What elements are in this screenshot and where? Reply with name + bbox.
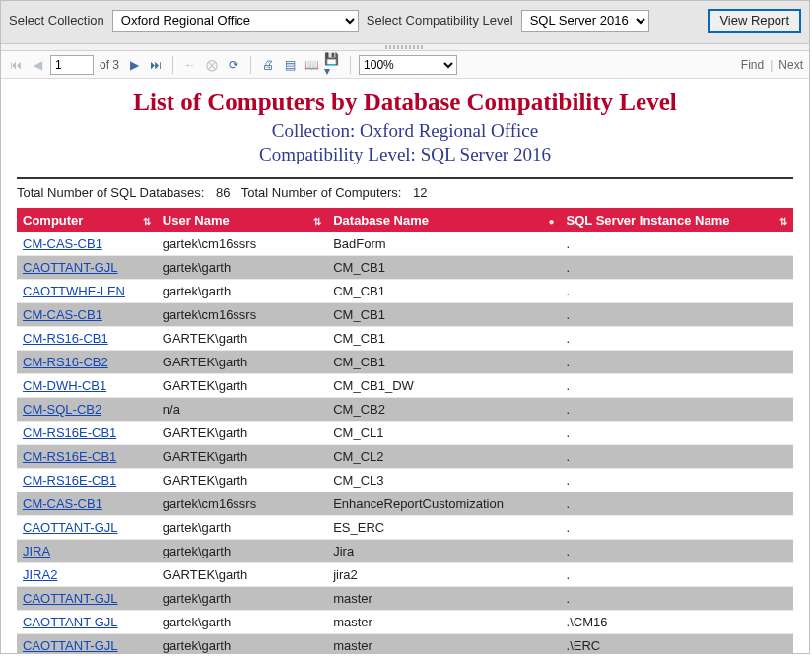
next-link[interactable]: Next [778, 58, 803, 72]
table-row: CM-CAS-CB1gartek\cm16ssrsCM_CB1. [17, 303, 793, 327]
table-row: CM-SQL-CB2n/aCM_CB2. [17, 398, 793, 422]
computer-link[interactable]: CM-RS16-CB1 [23, 331, 108, 346]
instance-cell: . [561, 516, 793, 540]
user-cell: n/a [157, 398, 327, 422]
computer-link[interactable]: CM-CAS-CB1 [23, 236, 102, 251]
first-page-icon[interactable]: ⏮ [7, 56, 25, 74]
computer-link[interactable]: CAOTTANT-GJL [23, 615, 118, 629]
computer-link[interactable]: JIRA [23, 544, 50, 558]
sort-icon: ⇅ [143, 215, 151, 226]
parameter-bar: Select Collection Oxford Regional Office… [1, 1, 809, 44]
table-row: CM-RS16E-CB1GARTEK\garthCM_CL1. [17, 422, 793, 445]
zoom-select[interactable]: 100% [359, 55, 457, 75]
user-cell: GARTEK\garth [157, 351, 327, 374]
select-collection-label: Select Collection [9, 13, 104, 28]
computer-link[interactable]: CAOTTANT-GJL [23, 520, 118, 535]
computer-link[interactable]: JIRA2 [23, 567, 57, 582]
table-row: JIRA2GARTEK\garthjira2. [17, 563, 793, 587]
db-cell: CM_CB1 [327, 256, 560, 280]
computer-link[interactable]: CM-RS16E-CB1 [23, 449, 116, 464]
user-cell: gartek\garth [157, 611, 327, 634]
instance-cell: . [561, 540, 793, 563]
computer-link[interactable]: CM-CAS-CB1 [23, 307, 102, 322]
user-cell: gartek\garth [157, 516, 327, 540]
report-title: List of Computers by Database Compatibil… [17, 89, 793, 116]
instance-cell: . [561, 374, 793, 398]
db-cell: CM_CB1 [327, 280, 560, 303]
instance-cell: . [561, 445, 793, 469]
col-db[interactable]: Database Name● [327, 208, 560, 232]
computer-link[interactable]: CAOTTANT-GJL [23, 591, 118, 606]
report-toolbar: ⏮ ◀ of 3 ▶ ⏭ ← ⨂ ⟳ 🖨 ▤ 📖 💾▾ 100% Find | … [1, 51, 809, 79]
computer-link[interactable]: CM-RS16E-CB1 [23, 473, 116, 488]
instance-cell: . [561, 563, 793, 587]
user-cell: gartek\cm16ssrs [157, 492, 327, 516]
db-cell: CM_CL3 [327, 469, 560, 492]
select-collection-dropdown[interactable]: Oxford Regional Office [112, 10, 359, 32]
stop-icon[interactable]: ⨂ [203, 56, 221, 74]
table-row: CAOTTANT-GJLgartek\garthCM_CB1. [17, 256, 793, 280]
user-cell: GARTEK\garth [157, 374, 327, 398]
table-row: CAOTTWHE-LENgartek\garthCM_CB1. [17, 280, 793, 303]
db-cell: master [327, 634, 560, 654]
instance-cell: . [561, 327, 793, 351]
report-viewport[interactable]: List of Computers by Database Compatibil… [1, 79, 809, 653]
table-row: CAOTTANT-GJLgartek\garthmaster.\CM16 [17, 611, 793, 634]
computer-link[interactable]: CAOTTANT-GJL [23, 260, 118, 275]
computer-link[interactable]: CM-CAS-CB1 [23, 496, 102, 511]
instance-cell: . [561, 256, 793, 280]
instance-cell: . [561, 587, 793, 611]
table-row: CAOTTANT-GJLgartek\garthmaster. [17, 587, 793, 611]
col-computer[interactable]: Computer⇅ [17, 208, 157, 232]
computer-link[interactable]: CM-DWH-CB1 [23, 378, 106, 393]
db-cell: CM_CB1 [327, 303, 560, 327]
user-cell: gartek\cm16ssrs [157, 303, 327, 327]
find-link[interactable]: Find [741, 58, 764, 72]
view-report-button[interactable]: View Report [708, 9, 801, 33]
print-layout-icon[interactable]: ▤ [281, 56, 299, 74]
computer-link[interactable]: CM-SQL-CB2 [23, 402, 102, 417]
page-number-input[interactable] [50, 55, 94, 75]
instance-cell: .\ERC [561, 634, 793, 654]
computer-link[interactable]: CM-RS16-CB2 [23, 355, 108, 369]
table-row: CM-RS16E-CB1GARTEK\garthCM_CL3. [17, 469, 793, 492]
last-page-icon[interactable]: ⏭ [147, 56, 165, 74]
db-cell: master [327, 611, 560, 634]
instance-cell: . [561, 469, 793, 492]
user-cell: gartek\garth [157, 587, 327, 611]
print-icon[interactable]: 🖨 [259, 56, 277, 74]
db-cell: CM_CL1 [327, 422, 560, 445]
user-cell: GARTEK\garth [157, 422, 327, 445]
prev-page-icon[interactable]: ◀ [29, 56, 46, 74]
export-icon[interactable]: 💾▾ [324, 56, 342, 74]
results-table: Computer⇅ User Name⇅ Database Name● SQL … [17, 208, 793, 653]
db-cell: ES_ERC [327, 516, 560, 540]
page-of-label: of 3 [100, 58, 119, 72]
instance-cell: . [561, 422, 793, 445]
table-row: CAOTTANT-GJLgartek\garthmaster.\ERC [17, 634, 793, 654]
next-page-icon[interactable]: ▶ [125, 56, 143, 74]
back-icon[interactable]: ← [181, 56, 199, 74]
col-instance[interactable]: SQL Server Instance Name⇅ [561, 208, 793, 232]
computer-link[interactable]: CM-RS16E-CB1 [23, 426, 116, 440]
user-cell: gartek\garth [157, 280, 327, 303]
instance-cell: . [561, 280, 793, 303]
totals-line: Total Number of SQL Databases: 86 Total … [17, 185, 793, 200]
computer-link[interactable]: CAOTTWHE-LEN [23, 284, 125, 298]
report-sub-compat: Compatibility Level: SQL Server 2016 [17, 144, 793, 165]
db-cell: EnhanceReportCustomization [327, 492, 560, 516]
table-row: CM-DWH-CB1GARTEK\garthCM_CB1_DW. [17, 374, 793, 398]
splitter-bar[interactable] [1, 44, 809, 51]
sort-icon: ⇅ [779, 215, 787, 226]
page-setup-icon[interactable]: 📖 [303, 56, 320, 74]
table-row: JIRAgartek\garthJira. [17, 540, 793, 563]
col-user[interactable]: User Name⇅ [157, 208, 327, 232]
select-compat-dropdown[interactable]: SQL Server 2016 [521, 10, 649, 32]
user-cell: gartek\garth [157, 540, 327, 563]
divider [17, 177, 793, 179]
computer-link[interactable]: CAOTTANT-GJL [23, 638, 118, 653]
user-cell: GARTEK\garth [157, 563, 327, 587]
table-row: CM-RS16-CB1GARTEK\garthCM_CB1. [17, 327, 793, 351]
refresh-icon[interactable]: ⟳ [225, 56, 242, 74]
table-row: CM-RS16-CB2GARTEK\garthCM_CB1. [17, 351, 793, 374]
